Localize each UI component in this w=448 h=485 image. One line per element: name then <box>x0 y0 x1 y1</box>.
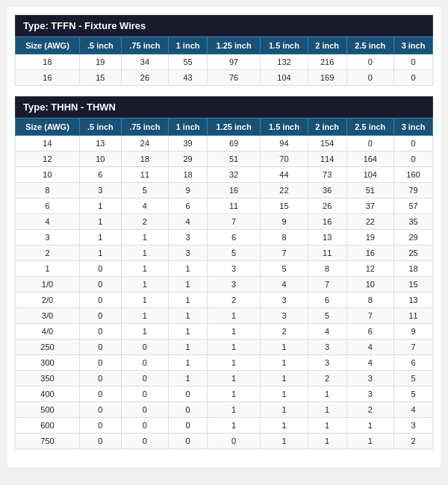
table-cell: 0 <box>169 434 208 449</box>
table-cell: 0 <box>79 324 121 340</box>
table-cell: 0 <box>121 402 168 418</box>
tffn-body: 181934559713221600161526437610416900 <box>16 54 433 86</box>
table-cell: 7 <box>208 214 261 230</box>
table-cell: 22 <box>261 183 308 198</box>
table-cell: 0 <box>169 402 208 418</box>
table-cell: 5 <box>208 245 261 261</box>
table-cell: 1 <box>169 324 208 340</box>
table-cell: 0 <box>394 54 433 70</box>
table-cell: 1 <box>169 277 208 292</box>
table-cell: 1 <box>121 324 168 340</box>
table-cell: 15 <box>394 277 433 292</box>
table-cell: 6 <box>346 324 393 340</box>
table-row: 83591622365179 <box>16 183 433 198</box>
table-cell: 32 <box>208 167 261 183</box>
table-cell: 11 <box>121 167 168 183</box>
table-cell: 1 <box>308 402 346 418</box>
table-cell: 1/0 <box>16 277 80 292</box>
table-cell: 1 <box>308 434 346 449</box>
table-cell: 22 <box>346 214 393 230</box>
table-cell: 0 <box>79 340 121 355</box>
table-cell: 12 <box>346 261 393 277</box>
table-cell: 0 <box>79 434 121 449</box>
table-cell: 4 <box>121 198 168 214</box>
thhn-title: Type: THHN - THWN <box>15 96 433 118</box>
table-row: 50000011124 <box>16 402 433 418</box>
table-cell: 1 <box>308 418 346 434</box>
table-cell: 0 <box>394 136 433 151</box>
table-cell: 16 <box>16 70 80 86</box>
table-cell: 2 <box>308 371 346 387</box>
table-cell: 114 <box>308 151 346 167</box>
table-row: 75000001112 <box>16 434 433 449</box>
table-row: 61461115263757 <box>16 198 433 214</box>
table-cell: 94 <box>261 136 308 151</box>
table-cell: 0 <box>121 355 168 371</box>
table-cell: 3 <box>346 387 393 402</box>
col-header: Size (AWG) <box>16 119 80 136</box>
table-cell: 8 <box>16 183 80 198</box>
table-cell: 0 <box>121 371 168 387</box>
table-cell: 26 <box>308 198 346 214</box>
table-cell: 3 <box>394 418 433 434</box>
table-cell: 18 <box>16 54 80 70</box>
table-cell: 1 <box>346 418 393 434</box>
table-cell: 4 <box>394 402 433 418</box>
table-cell: 164 <box>346 151 393 167</box>
table-cell: 51 <box>346 183 393 198</box>
table-cell: 0 <box>169 418 208 434</box>
table-cell: 1 <box>208 340 261 355</box>
tffn-header-row: Size (AWG).5 inch.75 inch1 inch1.25 inch… <box>16 37 433 54</box>
table-cell: 132 <box>261 54 308 70</box>
tffn-table: Size (AWG).5 inch.75 inch1 inch1.25 inch… <box>15 37 433 86</box>
col-header: 3 inch <box>394 119 433 136</box>
table-cell: 104 <box>346 167 393 183</box>
table-cell: 51 <box>208 151 261 167</box>
col-header: 1 inch <box>169 37 208 54</box>
table-cell: 29 <box>394 230 433 245</box>
table-row: 181934559713221600 <box>16 54 433 70</box>
table-cell: 0 <box>79 387 121 402</box>
table-cell: 3 <box>308 340 346 355</box>
table-cell: 69 <box>208 136 261 151</box>
table-cell: 0 <box>394 151 433 167</box>
table-cell: 1 <box>261 402 308 418</box>
table-cell: 37 <box>346 198 393 214</box>
table-cell: 1 <box>208 355 261 371</box>
table-row: 412479162235 <box>16 214 433 230</box>
table-row: 40000011135 <box>16 387 433 402</box>
table-cell: 5 <box>261 261 308 277</box>
table-cell: 1 <box>121 230 168 245</box>
table-cell: 4 <box>346 340 393 355</box>
table-cell: 1 <box>121 308 168 324</box>
table-cell: 1 <box>261 434 308 449</box>
table-cell: 4 <box>169 214 208 230</box>
table-cell: 1 <box>121 261 168 277</box>
table-cell: 0 <box>169 387 208 402</box>
table-cell: 7 <box>346 308 393 324</box>
table-row: 311368131929 <box>16 230 433 245</box>
table-cell: 0 <box>121 434 168 449</box>
table-cell: 350 <box>16 371 80 387</box>
table-row: 60000011113 <box>16 418 433 434</box>
table-cell: 4 <box>16 214 80 230</box>
table-cell: 1 <box>79 230 121 245</box>
table-cell: 3 <box>308 355 346 371</box>
table-cell: 29 <box>169 151 208 167</box>
table-cell: 1 <box>79 198 121 214</box>
table-cell: 34 <box>121 54 168 70</box>
table-cell: 5 <box>121 183 168 198</box>
table-row: 211357111625 <box>16 245 433 261</box>
page-container: Type: TFFN - Fixture Wires Size (AWG).5 … <box>7 7 441 467</box>
col-header: 1 inch <box>169 119 208 136</box>
table-cell: 0 <box>79 292 121 308</box>
table-cell: 4/0 <box>16 324 80 340</box>
table-cell: 13 <box>394 292 433 308</box>
table-cell: 1 <box>261 418 308 434</box>
thhn-table: Size (AWG).5 inch.75 inch1 inch1.25 inch… <box>15 118 433 449</box>
table-cell: 26 <box>121 70 168 86</box>
table-cell: 3 <box>79 183 121 198</box>
table-cell: 36 <box>308 183 346 198</box>
table-cell: 160 <box>394 167 433 183</box>
table-cell: 1 <box>169 261 208 277</box>
